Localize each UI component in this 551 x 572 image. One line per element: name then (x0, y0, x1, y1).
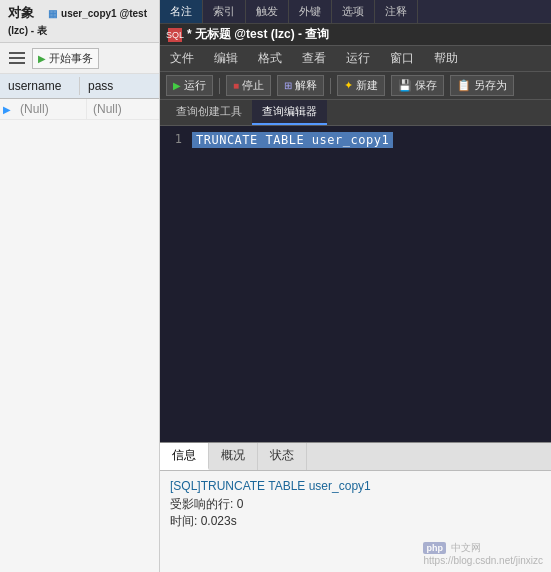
menu-view[interactable]: 查看 (298, 48, 330, 69)
info-tab-info[interactable]: 信息 (160, 443, 209, 470)
php-badge: php (423, 542, 446, 554)
code-content[interactable]: TRUNCATE TABLE user_copy1 (192, 132, 393, 148)
toolbar-separator-1 (219, 78, 220, 94)
table-header: username pass (0, 74, 159, 99)
stop-button[interactable]: ■ 停止 (226, 75, 271, 96)
menu-bar: 文件 编辑 格式 查看 运行 窗口 帮助 (160, 46, 551, 72)
table-row[interactable]: ▶ (Null) (Null) (0, 99, 159, 120)
query-title-icon: SQL (168, 28, 182, 42)
save-as-button[interactable]: 📋 另存为 (450, 75, 514, 96)
code-line-1: 1 TRUNCATE TABLE user_copy1 (166, 132, 545, 148)
explain-icon: ⊞ (284, 80, 292, 91)
run-button[interactable]: ▶ 运行 (166, 75, 213, 96)
toolbar-separator-2 (330, 78, 331, 94)
tab-index[interactable]: 名注 (160, 0, 203, 23)
saveas-icon: 📋 (457, 79, 471, 92)
stop-label: 停止 (242, 78, 264, 93)
left-panel-header: 对象 ▦ user_copy1 @test (lzc) - 表 (0, 0, 159, 43)
sub-tab-editor[interactable]: 查询编辑器 (252, 100, 327, 125)
main-tab-bar: 名注 索引 触发 外键 选项 注释 (160, 0, 551, 24)
save-as-label: 另存为 (474, 78, 507, 93)
username-header: username (0, 77, 80, 95)
panel-title: 对象 (8, 5, 34, 20)
query-title-text: * 无标题 @test (lzc) - 查询 (187, 26, 329, 43)
query-toolbar: ▶ 运行 ■ 停止 ⊞ 解释 ✦ 新建 💾 保存 📋 另存为 (160, 72, 551, 100)
left-toolbar: ▶ 开始事务 (0, 43, 159, 74)
new-label: 新建 (356, 78, 378, 93)
info-tabs: 信息 概况 状态 (160, 443, 551, 471)
execution-time: 时间: 0.023s (170, 513, 541, 530)
tab-comment[interactable]: 选项 (332, 0, 375, 23)
pass-header: pass (80, 77, 159, 95)
run-label: 运行 (184, 78, 206, 93)
sub-tabs: 查询创建工具 查询编辑器 (160, 100, 551, 126)
watermark-url: https://blog.csdn.net/jinxizc (423, 555, 543, 566)
save-label: 保存 (415, 78, 437, 93)
watermark-site: 中文网 (451, 542, 481, 553)
query-title-bar: SQL * 无标题 @test (lzc) - 查询 (160, 24, 551, 46)
info-tab-status[interactable]: 状态 (258, 443, 307, 470)
begin-trans-label: 开始事务 (49, 51, 93, 66)
menu-window[interactable]: 窗口 (386, 48, 418, 69)
tab-trigger[interactable]: 索引 (203, 0, 246, 23)
tab-sqlpreview[interactable]: 注释 (375, 0, 418, 23)
menu-edit[interactable]: 编辑 (210, 48, 242, 69)
sub-tab-create[interactable]: 查询创建工具 (166, 100, 252, 125)
play-icon: ▶ (173, 80, 181, 91)
sql-info-line: [SQL]TRUNCATE TABLE user_copy1 (170, 479, 541, 493)
pass-cell: (Null) (87, 99, 159, 119)
watermark: php 中文网 https://blog.csdn.net/jinxizc (423, 541, 543, 566)
tab-foreignkey[interactable]: 触发 (246, 0, 289, 23)
menu-file[interactable]: 文件 (166, 48, 198, 69)
left-panel: 对象 ▦ user_copy1 @test (lzc) - 表 ▶ 开始事务 u… (0, 0, 160, 572)
explain-label: 解释 (295, 78, 317, 93)
code-editor[interactable]: 1 TRUNCATE TABLE user_copy1 (160, 126, 551, 442)
table-body: ▶ (Null) (Null) (0, 99, 159, 572)
trans-icon: ▶ (38, 53, 46, 64)
new-icon: ✦ (344, 79, 353, 92)
explain-button[interactable]: ⊞ 解释 (277, 75, 324, 96)
menu-format[interactable]: 格式 (254, 48, 286, 69)
affected-rows: 受影响的行: 0 (170, 496, 541, 513)
username-cell: (Null) (14, 99, 87, 119)
save-button[interactable]: 💾 保存 (391, 75, 444, 96)
menu-help[interactable]: 帮助 (430, 48, 462, 69)
row-marker: ▶ (0, 104, 14, 115)
main-area: 名注 索引 触发 外键 选项 注释 SQL * 无标题 @test (lzc) … (160, 0, 551, 572)
hamburger-button[interactable] (6, 47, 28, 69)
line-number: 1 (166, 132, 182, 146)
info-tab-overview[interactable]: 概况 (209, 443, 258, 470)
save-icon: 💾 (398, 79, 412, 92)
new-button[interactable]: ✦ 新建 (337, 75, 385, 96)
table-icon: ▦ (48, 8, 57, 19)
begin-transaction-button[interactable]: ▶ 开始事务 (32, 48, 99, 69)
stop-icon: ■ (233, 80, 239, 91)
menu-run[interactable]: 运行 (342, 48, 374, 69)
tab-options[interactable]: 外键 (289, 0, 332, 23)
